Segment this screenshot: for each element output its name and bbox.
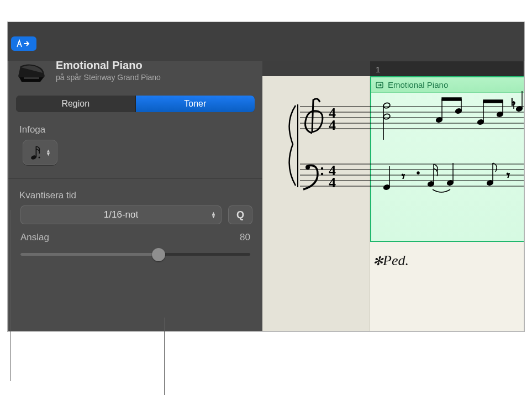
callout-line xyxy=(164,318,165,395)
slider-fill xyxy=(20,253,159,256)
insert-label: Infoga xyxy=(19,124,262,135)
stepper-chevrons-icon: ▲▼ xyxy=(46,149,51,156)
region-title: Emotional Piano xyxy=(56,59,255,72)
svg-rect-2 xyxy=(36,146,37,157)
score-area: 1 Emotional Piano ✻Ped. xyxy=(262,23,524,331)
velocity-slider[interactable] xyxy=(20,253,250,256)
bar-number: 1 xyxy=(376,65,380,74)
velocity-value: 80 xyxy=(240,232,250,243)
insert-note-value-selector[interactable]: ▲▼ xyxy=(23,140,57,165)
select-chevrons-icon: ▲▼ xyxy=(211,212,216,218)
bar-ruler[interactable]: 1 xyxy=(370,61,524,77)
region-header[interactable]: Emotional Piano xyxy=(371,77,524,93)
velocity-label: Anslag xyxy=(20,232,49,243)
inspector-panel: Emotional Piano på spår Steinway Grand P… xyxy=(8,23,262,331)
region-loop-icon xyxy=(376,82,383,88)
quantize-value-text: 1/16-not xyxy=(104,209,138,220)
catch-button[interactable] xyxy=(11,36,36,51)
divider xyxy=(8,178,262,179)
svg-rect-0 xyxy=(24,77,39,79)
tab-notes[interactable]: Toner xyxy=(135,96,255,112)
callout-line xyxy=(10,210,10,381)
sixteenth-note-icon xyxy=(29,144,43,161)
tab-region[interactable]: Region xyxy=(16,96,135,112)
slider-thumb[interactable] xyxy=(152,248,165,261)
inspector-tabs: Region Toner xyxy=(16,96,255,112)
quantize-label: Kvantisera tid xyxy=(19,190,262,201)
midi-region[interactable]: Emotional Piano xyxy=(370,76,524,242)
editor-toolbar xyxy=(8,22,524,61)
region-name: Emotional Piano xyxy=(388,80,448,89)
svg-point-3 xyxy=(39,157,40,159)
quantize-apply-button[interactable]: Q xyxy=(228,205,252,224)
quantize-value-select[interactable]: 1/16-not ▲▼ xyxy=(20,205,222,224)
score-gutter xyxy=(262,76,370,331)
instrument-icon xyxy=(16,58,48,86)
track-subtitle: på spår Steinway Grand Piano xyxy=(56,73,255,82)
score-editor: Emotional Piano på spår Steinway Grand P… xyxy=(8,22,524,331)
pedal-marking: ✻Ped. xyxy=(373,252,409,269)
